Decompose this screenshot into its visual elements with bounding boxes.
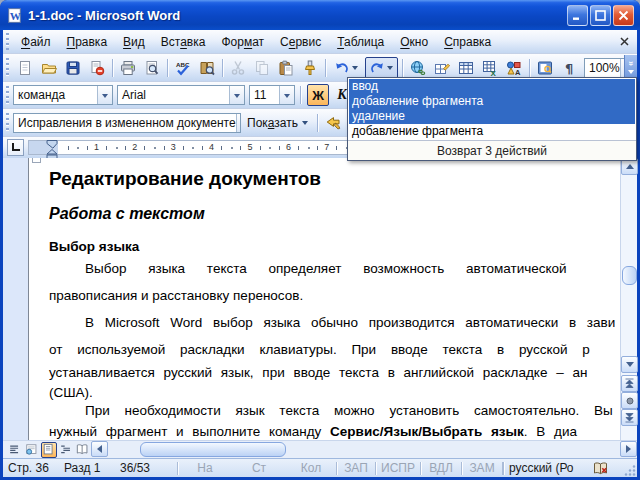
document-map-button[interactable] <box>534 57 556 79</box>
formatting-toolbar-gripper[interactable] <box>6 86 9 104</box>
pilcrow-button[interactable]: ¶ <box>558 57 580 79</box>
spelling-status-icon[interactable] <box>592 461 609 476</box>
insert-excel-icon: X <box>482 60 498 76</box>
minimize-button[interactable] <box>567 5 588 26</box>
menu-item-tools[interactable]: Сервис <box>272 32 329 52</box>
print-button[interactable] <box>117 57 139 79</box>
show-markup-button[interactable]: Показать <box>241 113 314 133</box>
menu-item-help[interactable]: Справка <box>436 32 499 52</box>
save-icon <box>65 60 81 76</box>
menu-item-format[interactable]: Формат <box>213 32 272 52</box>
print-preview-button[interactable] <box>141 57 163 79</box>
save-button[interactable] <box>62 57 84 79</box>
open-icon <box>41 60 57 76</box>
ruler-tick <box>77 147 79 149</box>
print-layout-button[interactable] <box>41 442 57 458</box>
doc-paragraph-line: правописания и расстановку переносов. <box>49 288 303 303</box>
insert-table-icon <box>458 60 474 76</box>
reviewing-toolbar-gripper[interactable] <box>6 113 9 132</box>
redo-button[interactable] <box>365 57 398 79</box>
select-browse-object-button[interactable] <box>621 392 638 409</box>
document-page[interactable]: Редактирование документов Работа с текст… <box>28 158 620 440</box>
status-page: Стр. 36 <box>3 461 59 475</box>
menu-item-file[interactable]: Файл <box>13 32 59 52</box>
maximize-button[interactable] <box>590 5 611 26</box>
menubar-gripper[interactable] <box>6 33 9 49</box>
scroll-right-button[interactable] <box>620 441 637 457</box>
chevron-down-icon[interactable] <box>279 86 294 104</box>
standard-toolbar-gripper[interactable] <box>6 58 9 77</box>
print-icon <box>120 60 136 76</box>
redo-dropdown-item[interactable]: добавление фрагмента <box>349 124 635 139</box>
chevron-down-icon[interactable] <box>229 86 244 104</box>
ruler-number: 7 <box>324 142 329 152</box>
insert-excel-button[interactable]: X <box>479 57 501 79</box>
menu-item-edit[interactable]: Правка <box>59 32 116 52</box>
open-button[interactable] <box>38 57 60 79</box>
redo-dropdown-item[interactable]: добавление фрагмента <box>349 94 635 109</box>
font-size-combobox[interactable]: 11 <box>249 85 295 105</box>
new-document-button[interactable] <box>14 57 36 79</box>
resize-grip[interactable] <box>624 464 636 476</box>
web-layout-icon <box>25 443 39 457</box>
font-combobox[interactable]: Arial <box>117 85 245 105</box>
ruler-tick <box>202 146 203 150</box>
window-title: 1-1.doc - Microsoft Word <box>28 8 562 23</box>
status-record-mode[interactable]: ЗАП <box>337 461 375 475</box>
tab-stop-selector[interactable] <box>7 139 24 156</box>
paste-button[interactable] <box>275 57 297 79</box>
status-overtype[interactable]: ЗАМ <box>462 461 502 475</box>
scroll-down-button[interactable] <box>621 356 638 373</box>
ruler-tick <box>144 146 145 150</box>
svg-text:A: A <box>515 67 521 76</box>
web-layout-button[interactable] <box>24 442 40 458</box>
spelling-button[interactable]: ABC <box>172 57 194 79</box>
title-bar[interactable]: W 1-1.doc - Microsoft Word <box>0 0 640 30</box>
drawing-button[interactable]: A <box>503 57 525 79</box>
vertical-scrollbar[interactable] <box>620 158 637 440</box>
chevron-down-icon[interactable] <box>97 86 112 104</box>
menu-item-table[interactable]: Таблица <box>329 32 392 52</box>
bold-button[interactable]: Ж <box>307 84 329 106</box>
redo-dropdown-item[interactable]: удаление <box>349 109 635 124</box>
status-track-changes[interactable]: ИСПР <box>376 461 420 475</box>
outline-view-button[interactable] <box>58 442 74 458</box>
reading-layout-button[interactable] <box>75 442 91 458</box>
vertical-scroll-thumb[interactable] <box>622 266 637 285</box>
horizontal-scroll-thumb[interactable] <box>140 442 286 457</box>
close-document-icon[interactable] <box>617 35 631 49</box>
format-painter-button[interactable] <box>299 57 321 79</box>
undo-button[interactable] <box>330 57 363 79</box>
ruler-tick <box>317 146 318 150</box>
next-page-button[interactable] <box>621 409 638 426</box>
scroll-left-button[interactable] <box>91 441 108 457</box>
normal-view-button[interactable] <box>7 442 23 458</box>
dropdown-arrow-icon[interactable] <box>350 58 359 78</box>
menu-item-view[interactable]: Вид <box>115 32 153 52</box>
indent-markers-icon[interactable] <box>46 140 58 160</box>
menu-item-insert[interactable]: Вставка <box>153 32 214 52</box>
menu-item-window[interactable]: Окно <box>392 32 436 52</box>
status-language[interactable]: русский (Ро <box>504 461 590 475</box>
horizontal-scrollbar[interactable] <box>3 440 637 458</box>
dropdown-arrow-icon[interactable] <box>385 58 394 78</box>
cut-button[interactable] <box>227 57 249 79</box>
permission-icon <box>89 60 105 76</box>
cut-icon <box>230 60 246 76</box>
ruler-number: 5 <box>247 142 252 152</box>
previous-change-button[interactable] <box>322 112 344 134</box>
display-for-review-combobox[interactable]: Исправления в измененном документе <box>13 113 241 133</box>
redo-dropdown-item[interactable]: ввод <box>349 79 635 94</box>
tables-borders-button[interactable] <box>431 57 453 79</box>
insert-table-button[interactable] <box>455 57 477 79</box>
ruler-tick <box>116 147 118 149</box>
permission-button[interactable] <box>86 57 108 79</box>
hyperlink-button[interactable] <box>407 57 429 79</box>
close-button[interactable] <box>613 5 634 26</box>
normal-view-icon <box>8 443 22 457</box>
copy-button[interactable] <box>251 57 273 79</box>
research-button[interactable] <box>196 57 218 79</box>
status-extend-selection[interactable]: ВДЛ <box>421 461 461 475</box>
previous-page-button[interactable] <box>621 375 638 392</box>
style-combobox[interactable]: команда <box>13 85 113 105</box>
